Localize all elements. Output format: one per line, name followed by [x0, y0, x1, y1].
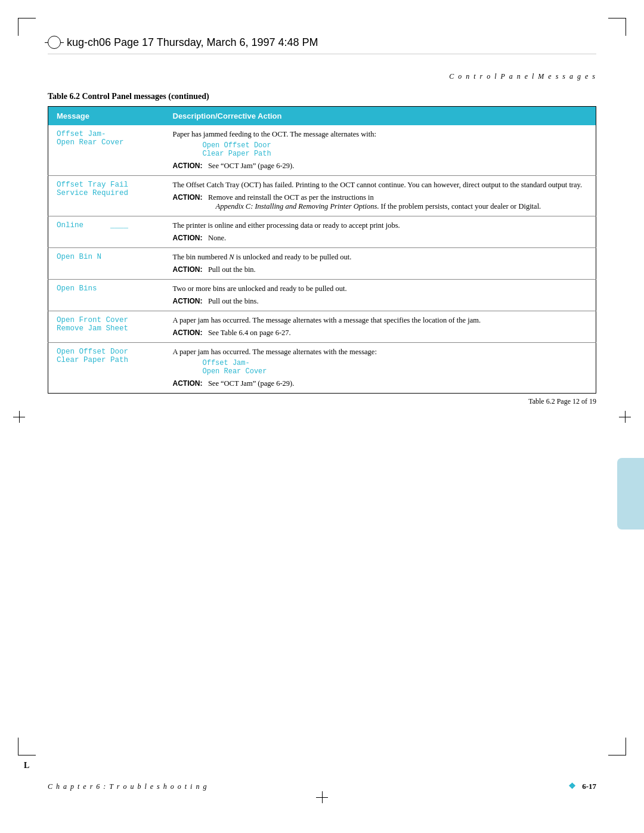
side-tab: [617, 458, 644, 529]
desc-text: A paper jam has occurred. The message al…: [173, 316, 588, 325]
action-label: ACTION:: [173, 193, 203, 202]
message-cell: Open Front CoverRemove Jam Sheet: [48, 311, 165, 343]
table-title: Table 6.2 Control Panel messages (contin…: [48, 92, 596, 101]
table-row: Online ____ The printer is online and ei…: [48, 216, 596, 248]
message-text: Open Front CoverRemove Jam Sheet: [57, 316, 128, 333]
message-cell: Online ____: [48, 216, 165, 248]
message-cell: Open Bins: [48, 280, 165, 311]
cyan-message: Open Offset DoorClear Paper Path: [203, 141, 588, 158]
corner-mark-bl: [18, 738, 36, 755]
description-cell: The printer is online and either process…: [165, 216, 596, 248]
action-line: ACTION: See “OCT Jam” (page 6-29).: [173, 379, 588, 388]
italic-text: Appendix C: Installing and Removing Prin…: [216, 202, 377, 210]
action-label: ACTION:: [173, 162, 203, 170]
action-line: ACTION: Remove and reinstall the OCT as …: [173, 193, 588, 202]
description-cell: Paper has jammed feeding to the OCT. The…: [165, 125, 596, 176]
page: L kug-ch06 Page 17 Thursday, March 6, 19…: [0, 0, 644, 833]
crosshair-bottom: [316, 791, 328, 803]
action-continuation: Appendix C: Installing and Removing Prin…: [216, 202, 588, 211]
section-header: C o n t r o l P a n e l M e s s a g e s: [48, 72, 596, 81]
table-row: Open Front CoverRemove Jam Sheet A paper…: [48, 311, 596, 343]
desc-text: Paper has jammed feeding to the OCT. The…: [173, 130, 588, 139]
table-footer: Table 6.2 Page 12 of 19: [48, 397, 596, 406]
action-label: ACTION:: [173, 297, 203, 305]
page-title: kug-ch06 Page 17 Thursday, March 6, 1997…: [67, 36, 318, 49]
cyan-message: Offset Jam-Open Rear Cover: [203, 359, 588, 376]
table-row: Offset Tray FailService Required The Off…: [48, 176, 596, 216]
control-panel-table: Message Description/Corrective Action Of…: [48, 106, 596, 394]
table-row: Open Bins Two or more bins are unlocked …: [48, 280, 596, 311]
desc-text: The printer is online and either process…: [173, 221, 588, 230]
message-cell: Offset Tray FailService Required: [48, 176, 165, 216]
description-cell: A paper jam has occurred. The message al…: [165, 311, 596, 343]
action-line: ACTION: See Table 6.4 on page 6-27.: [173, 329, 588, 337]
header-circle: [48, 36, 61, 49]
corner-mark-tr: [608, 18, 626, 36]
action-label: ACTION:: [173, 329, 203, 337]
desc-text: The bin numbered N is unlocked and ready…: [173, 253, 588, 262]
message-text: Offset Jam-Open Rear Cover: [57, 130, 124, 147]
description-cell: The Offset Catch Tray (OCT) has failed. …: [165, 176, 596, 216]
message-text: Open Offset DoorClear Paper Path: [57, 348, 128, 364]
desc-text: The Offset Catch Tray (OCT) has failed. …: [173, 181, 588, 190]
message-cell: Open Offset DoorClear Paper Path: [48, 343, 165, 394]
description-cell: Two or more bins are unlocked and ready …: [165, 280, 596, 311]
message-text: Online ____: [57, 221, 128, 230]
diamond-icon: ❖: [568, 782, 576, 791]
description-cell: A paper jam has occurred. The message al…: [165, 343, 596, 394]
table-row: Open Bin N The bin numbered N is unlocke…: [48, 248, 596, 280]
action-line: ACTION: Pull out the bin.: [173, 265, 588, 274]
desc-text: Two or more bins are unlocked and ready …: [173, 284, 588, 293]
table-row: Offset Jam-Open Rear Cover Paper has jam…: [48, 125, 596, 176]
action-line: ACTION: See “OCT Jam” (page 6-29).: [173, 162, 588, 171]
crosshair-left: [13, 411, 25, 423]
page-header: kug-ch06 Page 17 Thursday, March 6, 1997…: [48, 36, 596, 54]
col-header-description: Description/Corrective Action: [165, 107, 596, 126]
description-cell: The bin numbered N is unlocked and ready…: [165, 248, 596, 280]
corner-mark-br: [608, 738, 626, 755]
message-cell: Open Bin N: [48, 248, 165, 280]
crosshair-right: [619, 411, 631, 423]
page-number: 6-17: [582, 782, 596, 791]
action-label: ACTION:: [173, 379, 203, 388]
footer-chapter: C h a p t e r 6 : T r o u b l e s h o o …: [48, 782, 208, 791]
l-mark: L: [24, 761, 29, 770]
col-header-message: Message: [48, 107, 165, 126]
message-cell: Offset Jam-Open Rear Cover: [48, 125, 165, 176]
corner-mark-tl: [18, 18, 36, 36]
footer-page-number: ❖ 6-17: [568, 781, 596, 791]
message-text: Open Bins: [57, 284, 97, 293]
action-line: ACTION: Pull out the bins.: [173, 297, 588, 306]
message-text: Open Bin N: [57, 253, 101, 261]
action-line: ACTION: None.: [173, 234, 588, 243]
action-label: ACTION:: [173, 265, 203, 274]
message-text: Offset Tray FailService Required: [57, 181, 128, 197]
table-row: Open Offset DoorClear Paper Path A paper…: [48, 343, 596, 394]
desc-text: A paper jam has occurred. The message al…: [173, 348, 588, 357]
page-footer: C h a p t e r 6 : T r o u b l e s h o o …: [0, 781, 644, 791]
action-label: ACTION:: [173, 234, 203, 242]
